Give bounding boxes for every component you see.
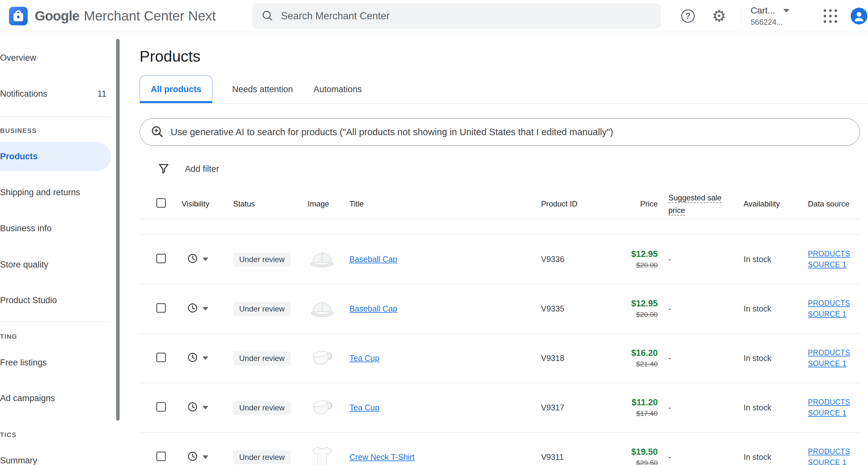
product-id: V9317	[538, 403, 606, 412]
data-source-link-source-1[interactable]: SOURCE 1	[808, 409, 860, 418]
settings-button[interactable]: ⚙	[711, 0, 727, 32]
tab-needs-attention[interactable]: Needs attention	[222, 75, 303, 103]
suggested-sale-price: -	[658, 304, 741, 313]
data-source-link-products[interactable]: PRODUCTS	[808, 447, 860, 456]
col-availability: Availability	[741, 199, 805, 208]
visibility-clock-icon[interactable]	[187, 302, 198, 315]
data-source-link-products[interactable]: PRODUCTS	[808, 299, 860, 308]
brand-title: Google Merchant Center Next	[35, 0, 216, 32]
search-icon	[261, 9, 273, 23]
sidebar-item-overview[interactable]: Overview	[0, 45, 111, 70]
availability: In stock	[741, 403, 805, 412]
ai-search-bar[interactable]	[140, 118, 860, 146]
chevron-down-icon[interactable]	[203, 406, 208, 409]
select-all-checkbox[interactable]	[156, 198, 166, 208]
chevron-down-icon[interactable]	[203, 258, 208, 261]
header-divider	[740, 7, 741, 25]
sidebar-section-business: BUSINESS	[0, 124, 111, 137]
data-source-link-products[interactable]: PRODUCTS	[808, 398, 860, 406]
price-original: $21.40	[636, 360, 658, 368]
availability: In stock	[741, 453, 805, 462]
sidebar-divider	[0, 117, 111, 117]
visibility-clock-icon[interactable]	[187, 401, 198, 414]
availability: In stock	[741, 354, 805, 363]
filter-row: Add filter	[140, 161, 868, 177]
product-title-link[interactable]: Baseball Cap	[349, 255, 397, 264]
account-switcher[interactable]: Cart... 566224...	[751, 0, 789, 32]
visibility-clock-icon[interactable]	[187, 253, 198, 266]
product-image-tea-cup	[308, 392, 337, 421]
data-source-link-source-1[interactable]: SOURCE 1	[808, 310, 860, 319]
row-checkbox[interactable]	[156, 303, 166, 313]
sidebar-item-notifications[interactable]: Notifications 11	[0, 81, 111, 106]
merchant-center-logo-icon[interactable]	[9, 7, 28, 25]
search-input[interactable]	[281, 10, 652, 22]
product-image-baseball-cap	[308, 294, 337, 323]
product-title-link[interactable]: Tea Cup	[349, 403, 379, 412]
product-image-baseball-cap	[308, 244, 337, 273]
status-badge: Under review	[233, 302, 290, 316]
sidebar-section-analytics: TICS	[0, 428, 111, 441]
products-table: Visibility Status Image Title Product ID…	[140, 189, 860, 465]
sidebar: Overview Notifications 11 BUSINESS Produ…	[0, 32, 121, 465]
product-title-link[interactable]: Tea Cup	[349, 354, 379, 363]
col-suggested-sale-price[interactable]: Suggested sale price	[658, 191, 741, 217]
sidebar-item-free-listings[interactable]: Free listings	[0, 351, 111, 375]
chevron-down-icon[interactable]	[203, 455, 208, 459]
suggested-sale-price: -	[658, 453, 741, 462]
product-title-link[interactable]: Crew Neck T-Shirt	[349, 453, 414, 462]
global-search[interactable]	[252, 3, 661, 29]
product-id: V9311	[538, 453, 606, 462]
price-original: $17.40	[636, 409, 658, 418]
filter-funnel-icon[interactable]	[157, 162, 170, 176]
help-button[interactable]: ?	[681, 0, 695, 32]
row-checkbox[interactable]	[156, 254, 166, 263]
product-image-crew-neck-t-shirt	[308, 442, 337, 465]
sidebar-item-product-studio[interactable]: Product Studio	[0, 288, 111, 313]
availability: In stock	[741, 255, 805, 264]
product-title-link[interactable]: Baseball Cap	[349, 304, 397, 313]
table-row: Under review Baseball Cap V9335 $12.95 $…	[140, 284, 860, 334]
chevron-down-icon[interactable]	[203, 357, 208, 360]
data-source-link-source-1[interactable]: SOURCE 1	[808, 458, 860, 465]
product-id: V9318	[538, 354, 606, 363]
data-source-link-products[interactable]: PRODUCTS	[808, 348, 860, 357]
sidebar-item-ad-campaigns[interactable]: Ad campaigns	[0, 386, 111, 411]
tab-automations[interactable]: Automations	[303, 75, 372, 103]
data-source-link-products[interactable]: PRODUCTS	[808, 250, 860, 258]
page-title: Products	[140, 47, 868, 66]
visibility-clock-icon[interactable]	[187, 451, 198, 464]
sidebar-item-store-quality[interactable]: Store quality	[0, 253, 111, 277]
row-checkbox[interactable]	[156, 402, 166, 412]
sidebar-item-products[interactable]: Products	[0, 142, 111, 171]
col-status: Status	[230, 199, 305, 208]
chevron-down-icon[interactable]	[203, 307, 208, 310]
price-current: $12.95	[631, 299, 658, 309]
ai-search-sparkle-icon	[150, 125, 164, 139]
row-checkbox[interactable]	[156, 452, 166, 461]
apps-grid-icon[interactable]	[824, 9, 837, 23]
sidebar-scrollbar[interactable]	[116, 39, 120, 421]
tab-bar: All products Needs attention Automations	[140, 75, 868, 103]
add-filter-button[interactable]: Add filter	[185, 164, 219, 174]
data-source-link-source-1[interactable]: SOURCE 1	[808, 359, 860, 368]
price-original: $29.50	[636, 459, 658, 465]
col-price: Price	[606, 199, 658, 208]
visibility-clock-icon[interactable]	[187, 352, 198, 365]
sidebar-item-shipping-and-returns[interactable]: Shipping and returns	[0, 180, 111, 205]
row-checkbox[interactable]	[156, 353, 166, 362]
col-data-source: Data source	[805, 199, 860, 208]
avatar[interactable]	[850, 8, 867, 24]
help-icon: ?	[681, 9, 695, 23]
availability: In stock	[741, 304, 805, 313]
brand-google: Google	[35, 8, 80, 24]
ai-search-input[interactable]	[171, 127, 853, 137]
notifications-count-badge: 11	[97, 89, 106, 99]
price-original: $20.00	[636, 261, 658, 269]
data-source-link-source-1[interactable]: SOURCE 1	[808, 260, 860, 269]
partial-row	[140, 219, 860, 235]
status-badge: Under review	[233, 401, 290, 415]
sidebar-item-business-info[interactable]: Business info	[0, 216, 111, 241]
sidebar-item-summary[interactable]: Summary	[0, 448, 111, 465]
tab-all-products[interactable]: All products	[140, 75, 213, 103]
